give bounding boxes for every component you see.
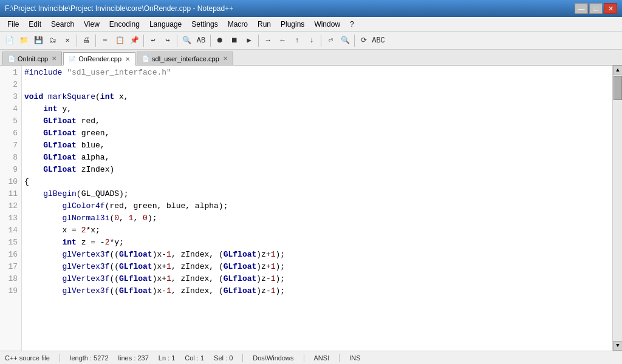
toolbar-copy[interactable]: 📋 (113, 34, 126, 47)
title-text: F:\Project Invincible\Project Invincible… (5, 4, 233, 13)
status-bar: C++ source file length : 5272 lines : 23… (0, 351, 622, 364)
toolbar-play[interactable]: ▶ (242, 34, 256, 47)
vertical-scrollbar[interactable]: ▲ ▼ (612, 66, 622, 351)
toolbar-spell[interactable]: ABC (372, 34, 385, 47)
sep8 (354, 35, 355, 47)
menu-search[interactable]: Search (46, 19, 79, 30)
line-num-13: 13 (2, 212, 18, 224)
line-num-8: 8 (2, 152, 18, 164)
menu-view[interactable]: View (79, 19, 104, 30)
toolbar-paste[interactable]: 📌 (128, 34, 141, 47)
maximize-button[interactable]: □ (589, 3, 603, 14)
editor-container: 1 2 3 4 5 6 7 8 9 10 11 12 13 14 15 16 1… (0, 66, 622, 351)
line-num-3: 3 (2, 91, 18, 103)
status-sep1 (60, 354, 60, 362)
toolbar-outdent[interactable]: ← (276, 34, 289, 47)
line-num-17: 17 (2, 261, 18, 273)
tab-oninit[interactable]: 📄 OnInit.cpp ✕ (2, 52, 62, 65)
sep5 (210, 35, 211, 47)
toolbar-undo[interactable]: ↩ (146, 34, 160, 47)
tab-oninit-icon: 📄 (8, 55, 15, 62)
menu-language[interactable]: Language (145, 19, 186, 30)
tab-onrender[interactable]: 📄 OnRender.cpp ✕ (63, 52, 135, 66)
status-col: Col : 1 (185, 354, 204, 362)
tab-sdl-icon: 📄 (142, 55, 149, 62)
menu-encoding[interactable]: Encoding (104, 19, 145, 30)
tab-onrender-close[interactable]: ✕ (125, 56, 130, 62)
status-eol: Dos\Windows (253, 354, 293, 362)
title-buttons: — □ ✕ (575, 3, 617, 14)
toolbar-close[interactable]: ✕ (61, 34, 74, 47)
scroll-thumb[interactable] (613, 76, 622, 100)
sep6 (258, 35, 259, 47)
toolbar-indent[interactable]: → (261, 34, 275, 47)
menu-edit[interactable]: Edit (24, 19, 46, 30)
status-sel: Sel : 0 (214, 354, 233, 362)
tab-sdl-label: sdl_user_interface.cpp (152, 55, 219, 62)
line-num-2: 2 (2, 79, 18, 91)
line-num-6: 6 (2, 127, 18, 140)
status-sep3 (304, 354, 304, 362)
sep7 (321, 35, 321, 47)
line-num-14: 14 (2, 224, 18, 237)
toolbar-open[interactable]: 📁 (17, 34, 30, 47)
line-num-18: 18 (2, 273, 18, 285)
menu-settings[interactable]: Settings (186, 19, 222, 30)
menu-bar: File Edit Search View Encoding Language … (0, 17, 622, 32)
sep2 (95, 35, 96, 47)
toolbar-print[interactable]: 🖨 (80, 34, 93, 47)
toolbar-zoom-in[interactable]: 🔍 (338, 34, 352, 47)
line-numbers: 1 2 3 4 5 6 7 8 9 10 11 12 13 14 15 16 1… (0, 66, 22, 351)
status-mode: INS (349, 354, 360, 362)
line-num-9: 9 (2, 164, 18, 176)
line-num-16: 16 (2, 249, 18, 261)
tab-onrender-icon: 📄 (69, 56, 76, 62)
toolbar-wordwrap[interactable]: ⏎ (324, 34, 337, 47)
scroll-down-arrow[interactable]: ▼ (613, 341, 622, 351)
toolbar-new[interactable]: 📄 (2, 34, 16, 47)
toolbar-sync[interactable]: ⟳ (357, 34, 371, 47)
close-button[interactable]: ✕ (604, 3, 617, 14)
status-length: length : 5272 (70, 354, 109, 362)
toolbar-cut[interactable]: ✂ (98, 34, 112, 47)
sep3 (143, 35, 144, 47)
toolbar-stop[interactable]: ⏹ (228, 34, 241, 47)
status-lines: lines : 237 (118, 354, 149, 362)
sep1 (77, 35, 77, 47)
tabs-bar: 📄 OnInit.cpp ✕ 📄 OnRender.cpp ✕ 📄 sdl_us… (0, 50, 622, 66)
title-bar: F:\Project Invincible\Project Invincible… (0, 0, 622, 17)
toolbar-find[interactable]: 🔍 (180, 34, 193, 47)
status-sep2 (242, 354, 243, 362)
line-num-7: 7 (2, 140, 18, 152)
toolbar-save[interactable]: 💾 (32, 34, 45, 47)
toolbar-up[interactable]: ↑ (290, 34, 304, 47)
line-num-15: 15 (2, 237, 18, 249)
status-sep4 (339, 354, 340, 362)
minimize-button[interactable]: — (575, 3, 588, 14)
menu-help[interactable]: ? (345, 19, 359, 30)
line-num-1: 1 (2, 67, 18, 79)
tab-sdl-close[interactable]: ✕ (223, 55, 228, 62)
tab-oninit-close[interactable]: ✕ (52, 55, 56, 62)
code-editor[interactable]: #include "sdl_user_interface.h" void mar… (22, 66, 612, 351)
menu-file[interactable]: File (2, 19, 24, 30)
scroll-track[interactable] (613, 75, 622, 341)
menu-run[interactable]: Run (253, 19, 276, 30)
toolbar-down[interactable]: ↓ (305, 34, 318, 47)
toolbar-replace[interactable]: AB (194, 34, 208, 47)
status-encoding: ANSI (314, 354, 330, 362)
tab-onrender-label: OnRender.cpp (78, 55, 121, 62)
toolbar-record[interactable]: ⏺ (213, 34, 227, 47)
toolbar-redo[interactable]: ↪ (161, 34, 174, 47)
toolbar: 📄 📁 💾 🗂 ✕ 🖨 ✂ 📋 📌 ↩ ↪ 🔍 AB ⏺ ⏹ ▶ → ← ↑ ↓… (0, 32, 622, 50)
tab-sdl[interactable]: 📄 sdl_user_interface.cpp ✕ (137, 52, 233, 65)
line-num-11: 11 (2, 188, 18, 200)
menu-window[interactable]: Window (309, 19, 345, 30)
menu-plugins[interactable]: Plugins (276, 19, 309, 30)
toolbar-save-all[interactable]: 🗂 (46, 34, 60, 47)
scroll-up-arrow[interactable]: ▲ (613, 66, 622, 75)
line-num-12: 12 (2, 200, 18, 212)
line-num-4: 4 (2, 103, 18, 115)
tab-oninit-label: OnInit.cpp (18, 55, 48, 62)
menu-macro[interactable]: Macro (223, 19, 253, 30)
